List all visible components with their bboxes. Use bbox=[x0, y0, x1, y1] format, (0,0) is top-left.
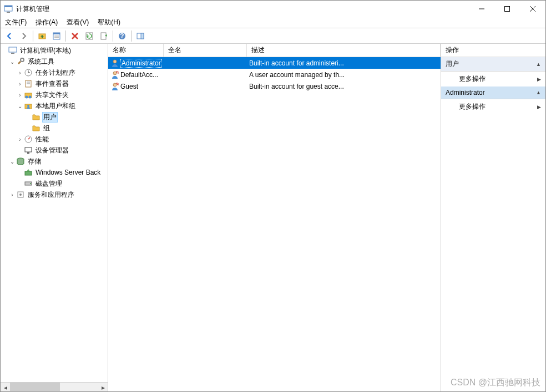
menu-action[interactable]: 操作(A) bbox=[34, 17, 59, 28]
expander-icon[interactable]: ⌄ bbox=[16, 102, 24, 110]
refresh-button[interactable] bbox=[83, 29, 96, 43]
scroll-thumb[interactable] bbox=[10, 383, 60, 391]
expander-icon[interactable]: ⌄ bbox=[8, 157, 16, 165]
help-button[interactable]: ? bbox=[115, 29, 129, 43]
expander-icon[interactable]: › bbox=[16, 69, 24, 77]
column-description[interactable]: 描述 bbox=[247, 44, 441, 57]
submenu-icon: ▶ bbox=[537, 77, 541, 82]
folder-icon bbox=[32, 113, 41, 121]
app-icon bbox=[4, 4, 13, 13]
menu-help[interactable]: 帮助(H) bbox=[97, 17, 122, 28]
svg-rect-2 bbox=[7, 12, 10, 13]
svg-point-40 bbox=[113, 72, 117, 75]
tree-system-tools[interactable]: ⌄ 系统工具 bbox=[1, 56, 108, 67]
scroll-left-icon[interactable]: ◂ bbox=[1, 383, 10, 392]
svg-rect-17 bbox=[141, 33, 144, 39]
minimize-button[interactable] bbox=[469, 1, 494, 17]
user-description: Built-in account for guest acce... bbox=[247, 83, 441, 90]
toolbar-separator bbox=[113, 30, 113, 42]
window-title: 计算机管理 bbox=[16, 4, 469, 14]
tree-storage[interactable]: ⌄ 存储 bbox=[1, 156, 108, 167]
expander-icon[interactable]: › bbox=[8, 191, 16, 198]
tree-groups[interactable]: 组 bbox=[1, 123, 108, 134]
expander-icon[interactable]: › bbox=[16, 135, 24, 143]
column-name[interactable]: 名称 bbox=[108, 44, 164, 57]
titlebar: 计算机管理 bbox=[1, 1, 545, 17]
tree-users[interactable]: 用户 bbox=[1, 111, 108, 123]
svg-rect-9 bbox=[53, 33, 60, 34]
disk-icon bbox=[24, 179, 33, 188]
user-disabled-icon bbox=[110, 70, 119, 79]
svg-rect-1 bbox=[4, 6, 12, 7]
list-row[interactable]: Administrator Built-in account for admin… bbox=[108, 57, 441, 69]
delete-button[interactable] bbox=[68, 29, 82, 43]
expander-icon[interactable]: ⌄ bbox=[8, 58, 16, 65]
tree-local-users-groups[interactable]: ⌄ 本地用户和组 bbox=[1, 100, 108, 111]
tree-device-manager[interactable]: 设备管理器 bbox=[1, 145, 108, 156]
tree-horizontal-scrollbar[interactable]: ◂ ▸ bbox=[1, 382, 108, 391]
storage-icon bbox=[16, 157, 25, 166]
list-body[interactable]: Administrator Built-in account for admin… bbox=[108, 57, 441, 391]
user-name: DefaultAcc... bbox=[120, 71, 158, 79]
shared-folder-icon bbox=[24, 90, 33, 99]
user-disabled-icon bbox=[110, 82, 119, 91]
content-area: 计算机管理(本地) ⌄ 系统工具 › 任务计划程序 › 事件查看器 › 共享文件… bbox=[1, 44, 545, 391]
navigation-tree[interactable]: 计算机管理(本地) ⌄ 系统工具 › 任务计划程序 › 事件查看器 › 共享文件… bbox=[1, 44, 108, 382]
tree-windows-server-backup[interactable]: Windows Server Back bbox=[1, 167, 108, 178]
menubar: 文件(F) 操作(A) 查看(V) 帮助(H) bbox=[1, 17, 545, 28]
expander-icon[interactable]: › bbox=[16, 80, 24, 88]
user-name: Administrator bbox=[120, 59, 162, 68]
tree-event-viewer[interactable]: › 事件查看器 bbox=[1, 78, 108, 89]
svg-point-39 bbox=[113, 60, 117, 63]
svg-point-20 bbox=[21, 58, 24, 62]
tree-disk-management[interactable]: 磁盘管理 bbox=[1, 178, 108, 189]
export-button[interactable] bbox=[97, 29, 110, 43]
menu-file[interactable]: 文件(F) bbox=[4, 17, 28, 28]
properties-button[interactable] bbox=[50, 29, 63, 43]
menu-view[interactable]: 查看(V) bbox=[65, 17, 90, 28]
list-header: 名称 全名 描述 bbox=[108, 44, 441, 57]
window-controls bbox=[469, 1, 545, 17]
svg-rect-31 bbox=[25, 147, 32, 152]
scroll-right-icon[interactable]: ▸ bbox=[98, 383, 108, 392]
tree-panel: 计算机管理(本地) ⌄ 系统工具 › 任务计划程序 › 事件查看器 › 共享文件… bbox=[1, 44, 108, 391]
tools-icon bbox=[16, 57, 25, 66]
list-row[interactable]: DefaultAcc... A user account managed by … bbox=[108, 69, 441, 80]
expander-icon[interactable]: › bbox=[16, 91, 24, 99]
user-icon bbox=[110, 59, 119, 68]
toolbar-separator bbox=[131, 30, 132, 42]
collapse-icon: ▲ bbox=[536, 62, 541, 67]
back-button[interactable] bbox=[3, 29, 16, 43]
tree-performance[interactable]: › 性能 bbox=[1, 134, 108, 145]
collapse-icon: ▲ bbox=[536, 90, 541, 95]
column-fullname[interactable]: 全名 bbox=[164, 44, 247, 57]
close-button[interactable] bbox=[520, 1, 545, 17]
list-row[interactable]: Guest Built-in account for guest acce... bbox=[108, 80, 441, 92]
tree-root[interactable]: 计算机管理(本地) bbox=[1, 45, 108, 56]
svg-point-27 bbox=[29, 96, 32, 99]
up-button[interactable] bbox=[36, 29, 49, 43]
clock-icon bbox=[24, 68, 33, 77]
svg-point-29 bbox=[27, 105, 29, 107]
actions-more-users[interactable]: 更多操作 ▶ bbox=[441, 72, 545, 86]
backup-icon bbox=[24, 168, 33, 177]
actions-title: 操作 bbox=[441, 44, 545, 57]
submenu-icon: ▶ bbox=[537, 104, 541, 110]
device-icon bbox=[24, 146, 33, 155]
maximize-button[interactable] bbox=[494, 1, 520, 17]
tree-services-apps[interactable]: › 服务和应用程序 bbox=[1, 189, 108, 200]
services-icon bbox=[16, 190, 25, 199]
actions-section-administrator[interactable]: Administrator ▲ bbox=[441, 86, 545, 99]
toolbar-separator bbox=[33, 30, 33, 42]
user-description: Built-in account for administeri... bbox=[247, 59, 441, 67]
tree-shared-folders[interactable]: › 共享文件夹 bbox=[1, 89, 108, 100]
svg-rect-19 bbox=[11, 53, 14, 54]
actions-more-administrator[interactable]: 更多操作 ▶ bbox=[441, 99, 545, 114]
show-hide-button[interactable] bbox=[134, 29, 147, 43]
computer-icon bbox=[8, 46, 17, 55]
actions-section-users[interactable]: 用户 ▲ bbox=[441, 57, 545, 72]
svg-rect-34 bbox=[25, 171, 32, 175]
user-description: A user account managed by th... bbox=[247, 71, 441, 79]
tree-task-scheduler[interactable]: › 任务计划程序 bbox=[1, 67, 108, 78]
forward-button[interactable] bbox=[17, 29, 31, 43]
